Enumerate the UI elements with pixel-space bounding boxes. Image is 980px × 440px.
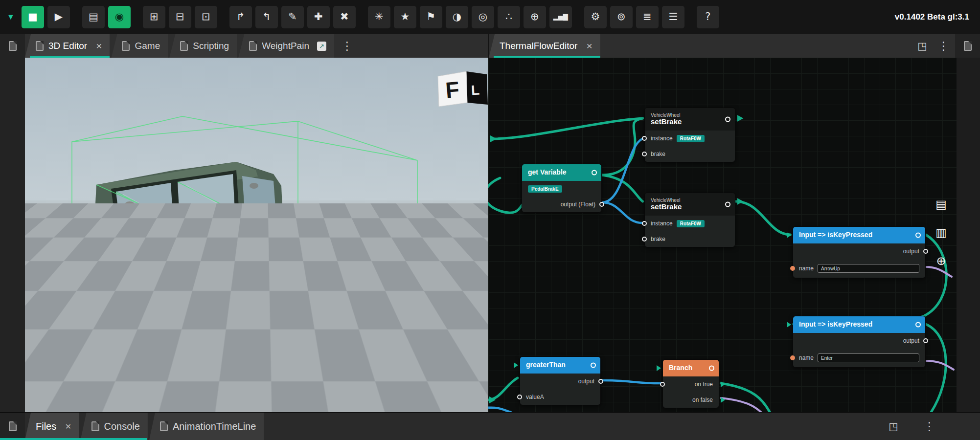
node-greaterthan[interactable]: greaterThan output valueA [520,356,601,405]
key-name-input[interactable]: Enter [818,353,919,362]
node-options-icon[interactable] [915,233,921,238]
stats-button[interactable]: ▂▅▇ [549,6,572,28]
output-port[interactable] [923,338,928,343]
close-tab-icon[interactable]: × [65,420,71,432]
node-get-variable[interactable]: get Variable PedalBrakE output (Float) [522,164,602,213]
load-graph-icon[interactable]: ▥ [935,227,947,239]
flag-button[interactable]: ⚑ [420,6,442,28]
tab-dock-right[interactable] [955,34,980,58]
settings-button[interactable]: ⚙ [584,6,607,28]
document-button[interactable]: ≣ [636,6,659,28]
node-options-icon[interactable] [915,322,921,328]
viewport-3d[interactable]: F L ♟ ☁ ▢ ◌ [25,58,488,412]
pane-menu-icon[interactable]: ⋮ [918,420,941,433]
node-iskeypressed-2[interactable]: Input => isKeyPressed output name Enter [793,316,926,368]
node-iskeypressed-1[interactable]: Input => isKeyPressed output name ArrowU… [793,226,926,278]
node-options-icon[interactable] [709,366,714,371]
dropdown-caret-icon[interactable]: ▼ [7,13,15,22]
input-port[interactable] [642,152,647,156]
node-add-button[interactable]: ∴ [498,6,520,28]
tab-dock-bottom[interactable] [0,413,25,440]
stop-button[interactable]: ■ [22,6,44,28]
node-header[interactable]: VehicleWheel setBrake [645,193,735,216]
exec-true-pin[interactable] [721,381,725,387]
save-preview-button[interactable]: ◉ [108,6,131,28]
close-tab-icon[interactable]: × [586,40,592,52]
exec-in-pin[interactable] [514,362,518,368]
favorite-button[interactable]: ★ [394,6,416,28]
exec-in-pin[interactable] [657,365,661,371]
tab-overflow-menu-icon[interactable]: ⋮ [336,34,359,58]
tab-animationtimeline[interactable]: AnimationTimeLine [149,413,264,440]
save-button[interactable]: ▤ [82,6,105,28]
weather-icon[interactable]: ☁ [470,308,482,320]
close-tab-icon[interactable]: × [96,40,102,52]
output-port[interactable] [599,202,604,207]
node-header[interactable]: Input => isKeyPressed [793,316,925,333]
exec-in-pin[interactable] [787,322,791,328]
import-button[interactable]: ↱ [229,6,252,28]
node-header[interactable]: get Variable [522,164,601,181]
save-graph-icon[interactable]: ▤ [935,198,947,210]
input-port[interactable] [642,136,647,141]
output-port[interactable] [923,249,928,254]
variable-chip[interactable]: PedalBrakE [528,185,562,193]
node-editor[interactable]: VehicleWheel setBrake instance RotaF0W b… [488,58,957,412]
key-name-input[interactable]: ArrowUp [818,264,919,273]
instance-chip[interactable]: RotaF0W [677,135,705,142]
play-button[interactable]: ▶ [47,6,70,28]
node-header[interactable]: greaterThan [520,357,600,374]
tab-dock-left[interactable] [0,34,25,58]
zoom-in-button[interactable]: ⊕ [524,6,546,28]
output-port[interactable] [598,379,603,384]
name-input-port[interactable] [790,355,795,360]
view-cube[interactable]: F L [438,71,488,107]
node-header[interactable]: Branch [663,360,719,376]
sphere-button[interactable]: ◎ [472,6,494,28]
tab-3d-editor[interactable]: 3D Editor × [25,34,110,58]
input-port[interactable] [642,237,647,242]
delete-button[interactable]: ✖ [333,6,356,28]
exec-false-pin[interactable] [721,397,725,403]
node-options-icon[interactable] [725,202,730,207]
popout-icon[interactable]: ◳ [912,34,932,58]
teleport-icon[interactable]: ♟ [470,287,481,300]
instance-chip[interactable]: RotaF0W [677,220,705,227]
help-button[interactable]: ? [697,6,719,28]
node-header[interactable]: VehicleWheel setBrake [645,108,735,131]
edit-button[interactable]: ✎ [281,6,304,28]
node-setbrake-2[interactable]: VehicleWheel setBrake instance RotaF0W b… [644,193,735,247]
node-branch[interactable]: Branch on true on false [662,359,719,408]
popout-icon[interactable]: ◳ [884,420,903,432]
tab-console[interactable]: Console [81,413,148,440]
node-header[interactable]: Input => isKeyPressed [793,227,925,243]
node-setbrake-1[interactable]: VehicleWheel setBrake instance RotaF0W b… [644,108,735,162]
add-pointer-button[interactable]: ✚ [307,6,330,28]
list-button[interactable]: ☰ [662,6,684,28]
exec-in-pin[interactable] [787,232,791,238]
tab-weightpain[interactable]: WeightPain ↗ [238,34,334,58]
node-options-icon[interactable] [592,170,597,176]
bounds-icon[interactable]: ▢ [470,329,482,341]
gizmo-button[interactable]: ⊚ [610,6,633,28]
pane-menu-icon[interactable]: ⋮ [932,34,955,58]
name-input-port[interactable] [790,266,795,271]
contrast-button[interactable]: ◑ [446,6,468,28]
zoom-fit-icon[interactable]: ⊕ [936,255,946,267]
node-options-icon[interactable] [725,117,730,122]
tab-scripting[interactable]: Scripting [169,34,237,58]
window-split-button[interactable]: ⊟ [169,6,191,28]
tab-files[interactable]: Files × [25,413,79,440]
export-button[interactable]: ↰ [255,6,278,28]
focus-icon[interactable]: ◌ [471,349,481,361]
window-grid-button[interactable]: ⊡ [195,6,217,28]
window-new-button[interactable]: ⊞ [143,6,165,28]
input-port[interactable] [517,395,522,399]
effects-button[interactable]: ✳ [368,6,390,28]
target-gizmo[interactable] [279,286,308,316]
external-link-icon[interactable]: ↗ [317,42,326,51]
input-port[interactable] [642,221,647,226]
tab-thermalfloweditor[interactable]: ThermalFlowEditor × [489,34,600,58]
condition-port[interactable] [660,382,665,387]
tab-game[interactable]: Game [111,34,168,58]
